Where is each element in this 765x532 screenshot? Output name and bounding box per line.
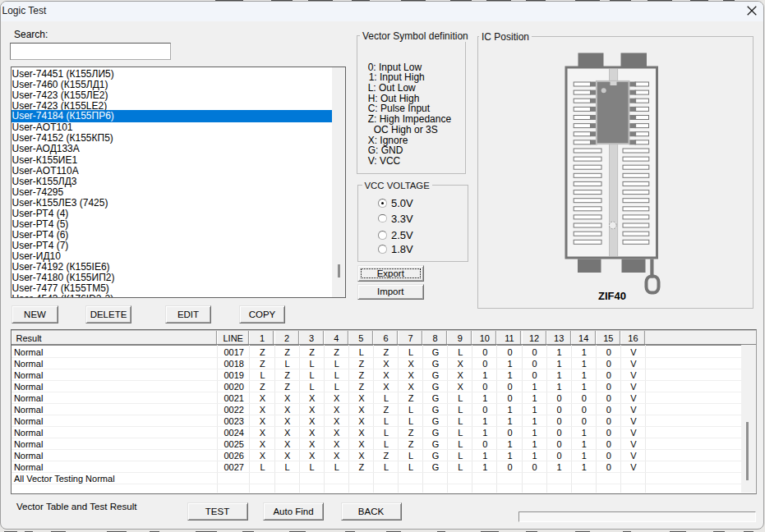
svg-text:ZIF40: ZIF40 [598, 290, 626, 302]
